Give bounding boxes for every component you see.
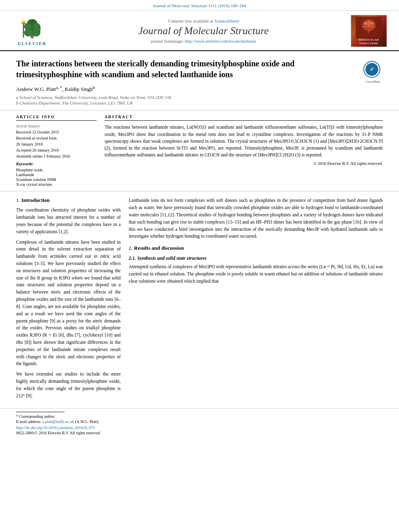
accepted-date: Accepted 26 January 2016 <box>16 148 97 152</box>
received-revised-label: Received in revised form <box>16 136 97 140</box>
journal-cover-image: MOLECULAR STRUCTURE <box>351 15 387 47</box>
contents-available: Contents lists available at ScienceDirec… <box>60 18 347 23</box>
keyword-3: Scandium solution NMR <box>16 177 97 182</box>
section1-title: 1. Introduction <box>16 197 121 203</box>
svg-rect-11 <box>39 29 41 32</box>
svg-point-10 <box>39 27 41 29</box>
journal-homepage: journal homepage: http://www.elsevier.co… <box>60 39 347 43</box>
crossmark-section: ✓ CrossMark <box>363 60 383 84</box>
left-content-column: 1. Introduction The coordination chemist… <box>16 197 121 403</box>
affiliation-b: b Chemistry Department, The University, … <box>16 101 359 105</box>
elsevier-logo: ELSEVIER <box>8 16 56 46</box>
main-content: 1. Introduction The coordination chemist… <box>0 191 399 408</box>
corresponding-author: * Corresponding author. <box>16 414 383 419</box>
svg-point-9 <box>22 20 25 23</box>
received-revised-date: 26 January 2016 <box>16 142 97 146</box>
cover-title: MOLECULAR STRUCTURE <box>353 38 385 45</box>
authors-line: Andrew W.G. Platta, *, Kuldip Singhb <box>16 85 359 92</box>
abstract-header: ABSTRACT <box>105 115 383 121</box>
issn-line: 0022-2860/© 2016 Elsevier B.V. All right… <box>16 431 383 435</box>
crossmark-icon: ✓ <box>363 60 381 78</box>
section2-number: 2. <box>129 245 133 251</box>
cover-art-icon <box>353 17 385 38</box>
section2-sub1-title: 2.1. Synthesis and solid state structure… <box>129 255 383 261</box>
page-footer: * Corresponding author. E-mail address: … <box>0 408 399 438</box>
elsevier-logo-section: ELSEVIER <box>8 16 56 46</box>
section1-para1: The coordination chemistry of phosphine … <box>16 207 121 235</box>
journal-cover: MOLECULAR STRUCTURE <box>351 15 391 47</box>
abstract-column: ABSTRACT The reactions between lanthanid… <box>105 115 383 187</box>
keyword-4: X-ray crystal structure <box>16 182 97 187</box>
svg-text:✓: ✓ <box>370 66 374 72</box>
section2-title: 2. Results and discussion <box>129 245 383 251</box>
article-title: The interactions between the sterically … <box>16 58 359 80</box>
footer-rule <box>16 412 64 412</box>
section1-para2: Complexes of lanthanide nitrates have be… <box>16 239 121 368</box>
copyright-notice: © 2016 Elsevier B.V. All rights reserved… <box>105 161 383 166</box>
journal-url[interactable]: http://www.elsevier.com/locate/molstruc <box>185 39 256 43</box>
svg-point-18 <box>371 22 374 25</box>
info-abstract-section: ARTICLE INFO Article history: Received 1… <box>0 111 399 191</box>
email-link[interactable]: a.platt@staffs.ac.uk <box>42 419 74 424</box>
footer-links: http://dx.doi.org/10.1016/j.molstruc.201… <box>16 425 383 430</box>
right-content-column: Lanthanide ions do not form complexes wi… <box>129 197 383 403</box>
top-journal-bar: Journal of Molecular Structure 1111 (201… <box>0 0 399 11</box>
journal-title: Journal of Molecular Structure <box>60 25 347 37</box>
author-b-sup: b <box>93 85 95 90</box>
page-header: ELSEVIER Contents lists available at Sci… <box>0 11 399 51</box>
crossmark-label: CrossMark <box>363 80 383 84</box>
article-info-header: ARTICLE INFO <box>16 115 97 121</box>
article-history-label: Article history: <box>16 124 97 128</box>
keyword-2: Lanthanide <box>16 173 97 177</box>
article-info-column: ARTICLE INFO Article history: Received 1… <box>16 115 97 187</box>
section1-number: 1. <box>16 197 20 203</box>
sciencedirect-link[interactable]: ScienceDirect <box>214 18 239 23</box>
available-online: Available online 1 February 2016 <box>16 154 97 158</box>
svg-point-19 <box>367 27 370 30</box>
affiliation-a: a School of Sciences, Staffordshire Univ… <box>16 95 359 100</box>
svg-point-17 <box>364 22 367 25</box>
abstract-text: The reactions between lanthanide nitrate… <box>105 124 383 158</box>
journal-header-center: Contents lists available at ScienceDirec… <box>56 18 351 43</box>
email-line: E-mail address: a.platt@staffs.ac.uk (A.… <box>16 419 383 424</box>
article-header: The interactions between the sterically … <box>0 51 399 111</box>
section2-para1: Attempted synthesis of complexes of Mes3… <box>129 263 383 285</box>
article-title-section: The interactions between the sterically … <box>16 58 359 106</box>
doi-link[interactable]: http://dx.doi.org/10.1016/j.molstruc.201… <box>16 425 95 430</box>
right-para1: Lanthanide ions do not form complexes wi… <box>129 197 383 240</box>
elsevier-label: ELSEVIER <box>18 41 47 46</box>
section1-name: Introduction <box>21 197 50 203</box>
elsevier-tree-icon <box>16 16 48 40</box>
section1-para3: We have extended our studies to include … <box>16 371 121 399</box>
author-a-sup: a, * <box>56 85 62 90</box>
keyword-1: Phosphine oxide <box>16 168 97 172</box>
keywords-label: Keywords: <box>16 162 97 166</box>
svg-rect-7 <box>23 23 24 37</box>
journal-reference: Journal of Molecular Structure 1111 (201… <box>153 3 246 8</box>
author-a: Andrew W.G. Platt <box>16 86 56 92</box>
section2-name: Results and discussion <box>134 245 184 251</box>
author-b: , Kuldip Singh <box>62 86 93 92</box>
received-date: Received 12 October 2015 <box>16 130 97 134</box>
